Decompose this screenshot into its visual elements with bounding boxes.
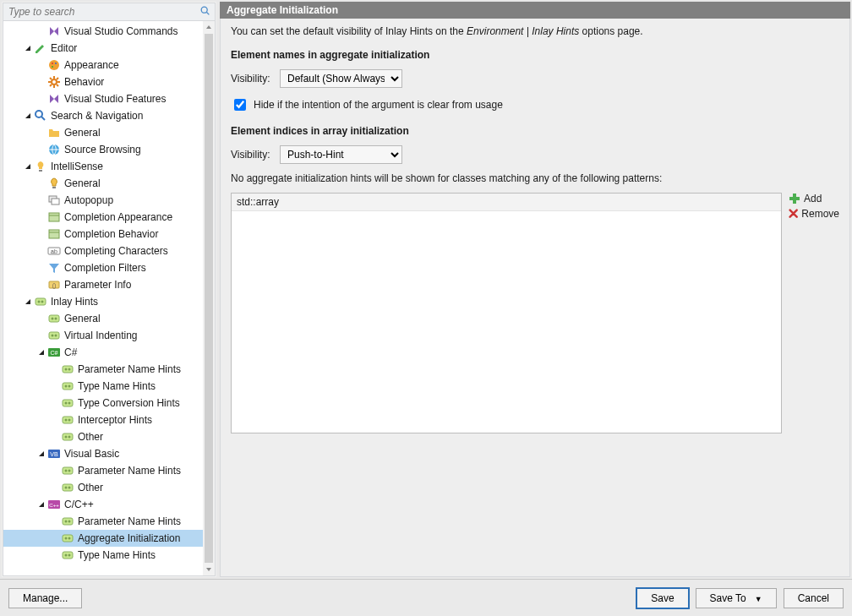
hide-intention-checkbox[interactable]: Hide if the intention of the argument is… [231,96,839,113]
svg-point-43 [65,419,68,422]
svg-point-59 [65,521,68,523]
visibility-select-1[interactable]: Default (Show Always) [280,69,402,88]
svg-point-40 [65,402,68,405]
visibility-label-1: Visibility: [231,73,273,84]
tree-item[interactable]: Appearance [3,57,203,74]
tree-item[interactable]: C++C/C++ [3,496,203,513]
bulb2-icon [47,177,61,190]
tree-item[interactable]: Other [3,479,203,496]
scroll-down-icon[interactable] [203,564,215,575]
tree-item[interactable]: Interceptor Hints [3,412,203,428]
tree-item-label: Completing Characters [64,245,168,257]
tree-item-label: Visual Basic [64,448,119,460]
svg-line-8 [41,117,45,120]
settings-tree[interactable]: Visual Studio CommandsEditorAppearanceBe… [3,21,203,575]
save-button[interactable]: Save [636,588,688,608]
save-to-button[interactable]: Save To▼ [696,588,777,608]
tree-item[interactable]: Inlay Hints [3,293,203,310]
panel-icon [47,210,61,224]
svg-point-35 [68,368,71,371]
caret-down-icon[interactable] [36,450,47,458]
tree-item[interactable]: VBVisual Basic [3,445,203,462]
tree-item[interactable]: Source Browsing [3,141,203,158]
tree-item[interactable]: Search & Navigation [3,107,203,124]
scroll-up-icon[interactable] [203,21,215,33]
inlay-icon [61,481,74,494]
tree-item[interactable]: General [3,175,203,192]
tree-item[interactable]: Type Name Hints [3,547,203,564]
svg-point-65 [65,554,68,557]
tree-item[interactable]: Completion Behavior [3,226,203,243]
svg-point-46 [65,436,68,439]
caret-down-icon[interactable] [36,500,47,509]
tree-item[interactable]: Other [3,428,203,445]
tree-wrap: Visual Studio CommandsEditorAppearanceBe… [3,21,216,576]
tree-item[interactable]: Parameter Name Hints [3,361,203,378]
footer: Manage... Save Save To▼ Cancel [0,579,852,616]
scrollbar[interactable] [203,21,215,575]
tree-item-label: IntelliSense [51,161,103,172]
svg-point-30 [55,335,57,337]
tree-item[interactable]: Completion Appearance [3,209,203,226]
tree-item[interactable]: Aggregate Initialization [3,530,203,547]
patterns-list[interactable]: std::array [231,193,782,433]
tree-item-label: C/C++ [64,499,94,510]
tree-item[interactable]: Parameter Name Hints [3,462,203,479]
svg-point-34 [65,368,68,371]
manage-button[interactable]: Manage... [8,588,82,608]
tree-item[interactable]: ()Parameter Info [3,276,203,293]
svg-point-37 [65,385,68,388]
pattern-item[interactable]: std::array [232,194,781,211]
caret-down-icon[interactable] [36,348,47,357]
remove-button[interactable]: Remove [789,208,839,220]
caret-down-icon[interactable] [22,297,34,306]
tree-item[interactable]: Virtual Indenting [3,327,203,344]
tree-item[interactable]: Visual Studio Commands [3,23,203,40]
tree-item[interactable]: General [3,124,203,141]
add-button[interactable]: Add [789,193,839,204]
gear-icon [47,75,61,89]
tree-item[interactable]: IntelliSense [3,158,203,175]
caret-down-icon[interactable] [22,162,34,171]
tree-item[interactable]: Type Conversion Hints [3,395,203,412]
visibility-select-2[interactable]: Push-to-Hint [280,145,402,164]
browse-icon [47,143,61,156]
svg-rect-13 [52,199,59,204]
caret-down-icon[interactable] [22,44,34,52]
inlay-icon [61,532,74,545]
scroll-thumb[interactable] [205,34,213,563]
cancel-button[interactable]: Cancel [784,588,844,608]
svg-rect-36 [63,383,73,390]
search-input[interactable] [7,5,199,19]
intro-text: You can set the default visibility of In… [231,25,839,37]
svg-point-6 [52,79,57,84]
caret-down-icon[interactable] [22,112,34,120]
hide-intention-input[interactable] [234,99,246,111]
svg-rect-10 [39,170,42,172]
tree-item[interactable]: Completion Filters [3,259,203,276]
cpp-icon: C++ [47,498,61,511]
tree-item[interactable]: abCompleting Characters [3,243,203,259]
tree-item[interactable]: Editor [3,40,203,57]
tree-item[interactable]: Parameter Name Hints [3,513,203,530]
inlay-icon [47,329,61,342]
inlay-icon [61,379,74,393]
inlay-icon [61,548,74,562]
filter-icon [47,261,61,275]
tree-item[interactable]: Type Name Hints [3,378,203,395]
chevron-down-icon: ▼ [755,595,762,603]
svg-point-7 [36,111,42,117]
tree-item[interactable]: Visual Studio Features [3,90,203,107]
tree-item[interactable]: C#C# [3,344,203,361]
inlay-icon [61,396,74,410]
tree-item[interactable]: Autopopup [3,192,203,209]
search-icon[interactable] [199,5,211,19]
svg-point-44 [68,419,71,422]
cs-icon: C# [47,346,61,359]
tree-item[interactable]: General [3,310,203,327]
tree-item-label: Other [78,431,103,443]
tree-item-label: Completion Behavior [64,228,158,240]
tree-item[interactable]: Behavior [3,74,203,90]
tree-item-label: Virtual Indenting [64,330,138,341]
inlay-icon [47,312,61,325]
